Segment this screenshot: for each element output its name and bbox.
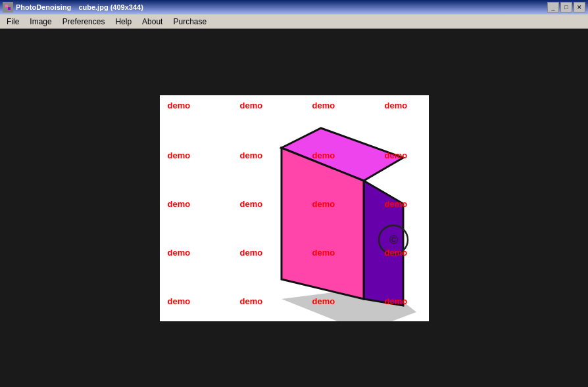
title-bar: PhotoDenoising cube.jpg (409x344) _ □ ✕ <box>0 0 588 14</box>
menu-about[interactable]: About <box>137 16 168 28</box>
title-text: PhotoDenoising <box>16 3 71 11</box>
main-area: © demo demo demo demo demo demo demo dem… <box>0 29 588 387</box>
menu-image[interactable]: Image <box>24 16 57 28</box>
svg-text:©: © <box>389 233 398 246</box>
minimize-button[interactable]: _ <box>547 2 559 12</box>
menu-preferences[interactable]: Preferences <box>57 16 110 28</box>
maximize-button[interactable]: □ <box>560 2 572 12</box>
menu-file[interactable]: File <box>1 16 24 28</box>
close-button[interactable]: ✕ <box>574 2 585 12</box>
menu-bar: File Image Preferences Help About Purcha… <box>0 14 588 29</box>
app-icon <box>3 2 13 12</box>
menu-help[interactable]: Help <box>110 16 137 28</box>
menu-purchase[interactable]: Purchase <box>168 16 212 28</box>
title-filename: cube.jpg (409x344) <box>78 3 143 11</box>
title-bar-left: PhotoDenoising cube.jpg (409x344) <box>3 2 143 12</box>
window-controls[interactable]: _ □ ✕ <box>547 2 585 12</box>
image-canvas: © demo demo demo demo demo demo demo dem… <box>160 95 429 321</box>
cube-image: © <box>160 95 429 321</box>
svg-rect-1 <box>5 5 8 7</box>
svg-rect-2 <box>8 7 11 10</box>
